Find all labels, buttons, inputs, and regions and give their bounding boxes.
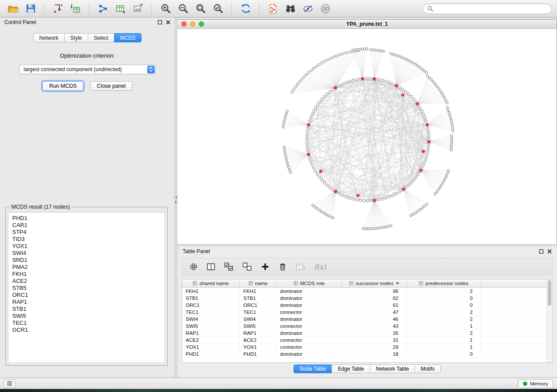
import-network-button[interactable]: [50, 2, 66, 15]
close-panel-button[interactable]: Close panel: [90, 81, 132, 91]
table-row[interactable]: SWI5SWI5connector431: [182, 323, 552, 330]
network-titlebar[interactable]: YPA_prune.txt_1: [177, 20, 557, 29]
mcds-result-item[interactable]: PMA2: [12, 264, 161, 271]
zoom-fit-button[interactable]: [193, 2, 208, 15]
search-box[interactable]: [423, 3, 552, 14]
mcds-result-item[interactable]: ORC1: [12, 292, 161, 299]
mcds-result-item[interactable]: FKH1: [12, 271, 161, 278]
status-menu-button[interactable]: [4, 379, 15, 388]
table-scrollbar-thumb[interactable]: [548, 280, 551, 306]
zoom-in-button[interactable]: [158, 2, 173, 15]
table-cell: RAP1: [240, 330, 277, 336]
node-table-body[interactable]: FKH1FKH1dominator962STB1STB1dominator620…: [182, 288, 552, 362]
column-header-shared-name[interactable]: shared name: [182, 279, 240, 287]
column-header-predecessor-nodes[interactable]: predecessor nodes: [407, 279, 481, 287]
float-table-panel-icon[interactable]: [539, 249, 543, 254]
column-label: shared name: [199, 281, 228, 286]
mcds-result-item[interactable]: STP4: [12, 229, 161, 236]
float-panel-icon[interactable]: [158, 20, 162, 24]
mcds-result-item[interactable]: STB5: [12, 285, 161, 292]
new-network-button[interactable]: [95, 2, 111, 15]
tab-edge-table[interactable]: Edge Table: [332, 364, 370, 373]
minimize-window-icon[interactable]: [190, 21, 195, 27]
show-columns-button[interactable]: [207, 262, 215, 271]
mcds-result-item[interactable]: TEC1: [12, 320, 161, 327]
table-row[interactable]: TEC1TEC1connector472: [182, 309, 552, 316]
tab-node-table[interactable]: Node Table: [294, 364, 332, 373]
tab-mcds[interactable]: MCDS: [114, 33, 142, 42]
close-panel-icon[interactable]: [166, 20, 170, 24]
deselect-all-rows-button[interactable]: [242, 262, 252, 271]
column-header-successor-nodes[interactable]: successor nodes: [342, 279, 407, 287]
table-cell: PHD1: [182, 351, 240, 357]
table-settings-button[interactable]: [189, 262, 198, 271]
mcds-result-item[interactable]: PHD1: [12, 215, 161, 222]
table-row[interactable]: SWI4SWI4dominator462: [182, 316, 552, 323]
tab-style[interactable]: Style: [64, 33, 88, 42]
memory-button[interactable]: Memory: [518, 379, 553, 388]
import-table-button[interactable]: [68, 2, 83, 15]
table-cell: TEC1: [240, 309, 277, 315]
table-row[interactable]: YOX1YOX1connector291: [182, 344, 552, 351]
optimization-select[interactable]: largest connected component (undirected): [19, 65, 156, 74]
right-area: YPA_prune.txt_1 Table Panel: [177, 17, 557, 378]
export-image-button[interactable]: [130, 2, 146, 15]
network-graph[interactable]: [177, 29, 556, 244]
table-row[interactable]: STB1STB1dominator620: [182, 295, 552, 302]
table-row[interactable]: ORC1ORC1dominator610: [182, 302, 552, 309]
maximize-window-icon[interactable]: [199, 21, 204, 27]
search-input[interactable]: [436, 6, 547, 12]
mcds-result-item[interactable]: RAP1: [12, 299, 161, 306]
add-column-button[interactable]: [261, 262, 270, 271]
close-table-panel-icon[interactable]: [547, 249, 552, 254]
tab-select[interactable]: Select: [88, 33, 114, 42]
search-network-button[interactable]: [283, 2, 298, 15]
control-panel-header: Control Panel: [0, 17, 175, 27]
table-scrollbar[interactable]: [547, 279, 552, 362]
apply-layout-button[interactable]: [238, 2, 253, 15]
zoom-out-button[interactable]: [175, 2, 191, 15]
column-header-name[interactable]: name: [240, 279, 277, 287]
menu-lines-icon: [7, 382, 12, 382]
splitter-collapse-handle[interactable]: [175, 196, 177, 207]
tab-network[interactable]: Network: [33, 33, 64, 42]
mcds-result-item[interactable]: TID3: [12, 236, 161, 243]
show-graphics-button[interactable]: [318, 2, 333, 15]
mcds-result-item[interactable]: SRD1: [12, 257, 161, 264]
save-icon: [26, 3, 36, 14]
mcds-result-item[interactable]: STB1: [12, 306, 161, 313]
table-cell: dominator: [277, 316, 342, 322]
column-header-mcds-role[interactable]: MCDS role: [277, 279, 342, 287]
network-from-selection-button[interactable]: [265, 2, 281, 15]
table-row[interactable]: PHD1PHD1dominator180: [182, 351, 552, 358]
mcds-result-item[interactable]: CAR1: [12, 222, 161, 229]
tab-motifs[interactable]: Motifs: [415, 364, 441, 373]
mcds-result-item[interactable]: YOX1: [12, 243, 161, 250]
select-all-rows-button[interactable]: [224, 262, 234, 271]
mcds-result-item[interactable]: GCR1: [12, 327, 161, 334]
mcds-result-item[interactable]: SWI4: [12, 250, 161, 257]
tab-network-table[interactable]: Network Table: [370, 364, 415, 373]
mcds-result-list[interactable]: PHD1CAR1STP4TID3YOX1SWI4SRD1PMA2FKH1ACE2…: [8, 212, 165, 363]
open-session-button[interactable]: [5, 2, 21, 15]
table-row[interactable]: RAP1RAP1dominator352: [182, 330, 552, 337]
new-table-button[interactable]: [113, 2, 128, 15]
table-cell: 46: [342, 316, 407, 322]
network-canvas[interactable]: [177, 29, 557, 244]
zoom-selected-button[interactable]: [210, 2, 226, 15]
run-mcds-button[interactable]: Run MCDS: [42, 81, 83, 91]
table-panel-tabs: Node Table Edge Table Network Table Moti…: [177, 364, 557, 373]
delete-column-button[interactable]: [278, 262, 287, 271]
save-session-button[interactable]: [23, 2, 38, 15]
close-window-icon[interactable]: [181, 21, 187, 27]
mcds-result-item[interactable]: ACE2: [12, 278, 161, 285]
hide-analyzer-button[interactable]: [300, 2, 316, 15]
table-row[interactable]: FKH1FKH1dominator962: [182, 288, 552, 295]
share-nodes-icon: [98, 3, 108, 14]
eye-slash-icon: [302, 3, 314, 14]
table-row[interactable]: ACE2ACE2connector311: [182, 337, 552, 344]
column-type-icon: [249, 281, 253, 285]
mcds-result-item[interactable]: SWI5: [12, 313, 161, 320]
table-cell: 2: [407, 316, 481, 322]
table-panel-header: Table Panel: [177, 247, 557, 256]
